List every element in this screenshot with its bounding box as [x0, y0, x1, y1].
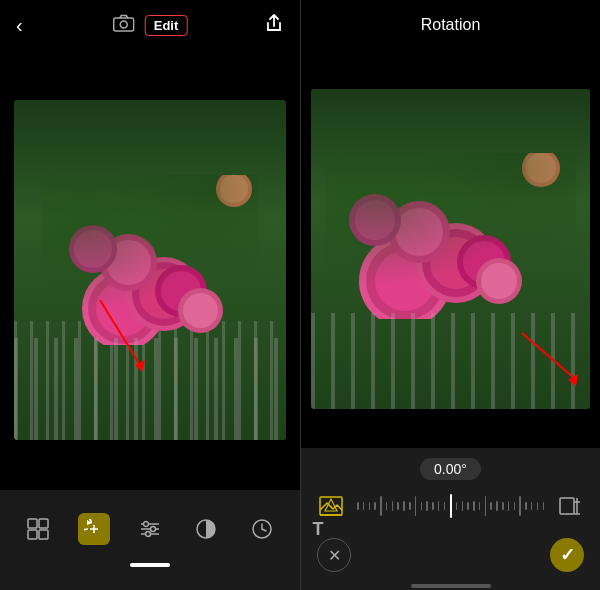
back-button[interactable]: ‹: [16, 14, 23, 37]
tick: [502, 502, 504, 510]
tick: [403, 501, 405, 511]
right-header: Rotation: [301, 0, 600, 50]
tick: [473, 501, 475, 511]
svg-point-19: [144, 522, 149, 527]
tick: [363, 502, 365, 510]
rotation-controls-row: !: [301, 488, 600, 524]
crop-expand-button[interactable]: [552, 488, 588, 524]
tick: [409, 502, 411, 510]
tick: [531, 502, 533, 510]
svg-rect-12: [39, 530, 48, 539]
svg-rect-31: [560, 498, 574, 514]
left-image-area: [0, 50, 300, 490]
tick: [456, 502, 458, 510]
tick: [519, 496, 521, 516]
tick: [508, 501, 510, 511]
rotation-title: Rotation: [421, 16, 481, 34]
tick: [525, 502, 527, 510]
tick: [380, 496, 382, 516]
degree-display: 0.00°: [301, 458, 600, 480]
left-photo: [14, 100, 286, 440]
clock-tool[interactable]: [246, 513, 278, 545]
svg-rect-0: [114, 18, 134, 31]
tick: [432, 502, 434, 510]
tick: [537, 502, 539, 510]
tick: [479, 502, 481, 510]
edit-badge[interactable]: Edit: [145, 15, 188, 36]
layout-tool[interactable]: [22, 513, 54, 545]
share-button[interactable]: [264, 13, 284, 38]
svg-line-25: [262, 529, 266, 531]
degree-value: 0.00°: [420, 458, 481, 480]
home-indicator: [411, 584, 491, 588]
left-header: ‹ Edit: [0, 0, 300, 50]
photo-sim: [14, 100, 286, 440]
tick: [357, 502, 359, 510]
tick: [444, 502, 446, 510]
tick: [485, 496, 487, 516]
tick: [514, 502, 516, 510]
tick: [543, 502, 545, 510]
left-toolbar: T: [0, 490, 300, 590]
toolbar-icons: T: [0, 503, 334, 555]
tick: [426, 501, 428, 511]
camera-icon: [113, 14, 135, 37]
right-panel: Rotation: [301, 0, 600, 590]
tick: [392, 501, 394, 511]
rotate-tool[interactable]: [78, 513, 110, 545]
tick: [496, 501, 498, 511]
tick: [438, 501, 440, 511]
tick: [386, 502, 388, 510]
left-panel: ‹ Edit: [0, 0, 300, 590]
tick: [490, 502, 492, 510]
right-photo-sim: [311, 89, 590, 409]
tick: [397, 502, 399, 510]
filter-tool[interactable]: [190, 513, 222, 545]
bottom-actions: ✕ ✓: [301, 530, 600, 584]
tick: [415, 496, 417, 516]
adjust-tool[interactable]: [134, 513, 166, 545]
tick: [421, 502, 423, 510]
confirm-icon: ✓: [560, 544, 575, 566]
svg-rect-10: [39, 519, 48, 528]
header-center: Edit: [113, 14, 188, 37]
svg-rect-9: [28, 519, 37, 528]
bottom-bar: [301, 584, 600, 590]
rotation-controls: 0.00° !: [301, 448, 600, 590]
svg-rect-11: [28, 530, 37, 539]
text-tool[interactable]: T: [302, 513, 334, 545]
center-tick: [450, 494, 452, 518]
tick: [462, 501, 464, 511]
home-indicator: [130, 563, 170, 567]
right-image-area: [301, 50, 600, 448]
rotation-slider[interactable]: [357, 488, 544, 524]
svg-point-20: [151, 527, 156, 532]
tick: [374, 502, 376, 510]
svg-point-21: [146, 532, 151, 537]
slider-ticks: [357, 488, 544, 524]
tick: [467, 502, 469, 510]
svg-point-1: [120, 21, 127, 28]
right-photo: [311, 89, 590, 409]
confirm-button[interactable]: ✓: [550, 538, 584, 572]
tick: [369, 502, 371, 510]
